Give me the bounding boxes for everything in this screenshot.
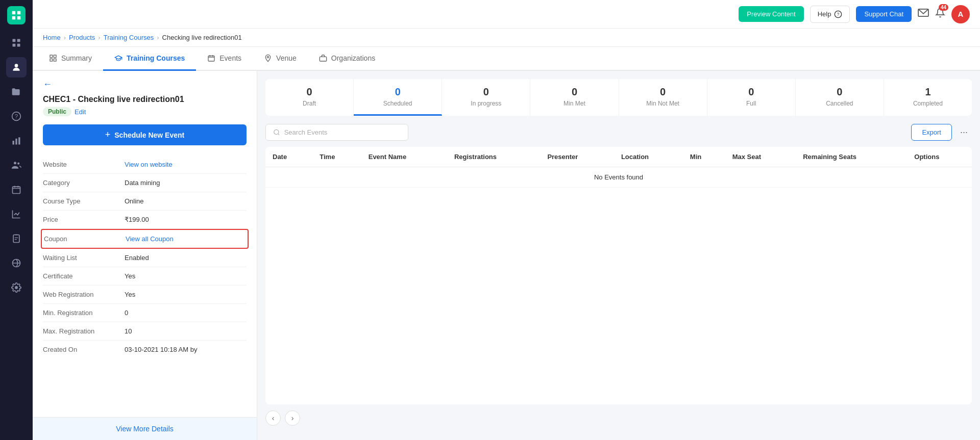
svg-rect-1 xyxy=(17,11,20,14)
sidebar-item-dashboard[interactable] xyxy=(6,33,27,53)
col-time: Time xyxy=(312,147,361,167)
stat-label: Cancelled xyxy=(801,100,878,107)
table-header: DateTimeEvent NameRegistrationsPresenter… xyxy=(265,147,972,167)
stat-item-in-progress[interactable]: 0In progress xyxy=(442,79,530,116)
stat-item-min-met[interactable]: 0Min Met xyxy=(530,79,619,116)
info-label: Max. Registration xyxy=(43,327,125,335)
info-row-web-registration: Web RegistrationYes xyxy=(43,286,247,304)
export-button[interactable]: Export xyxy=(911,124,952,141)
info-row-waiting-list: Waiting ListEnabled xyxy=(43,249,247,267)
info-value: ₹199.00 xyxy=(125,216,149,223)
edit-link[interactable]: Edit xyxy=(75,108,86,116)
svg-point-15 xyxy=(17,163,19,165)
stat-label: Draft xyxy=(271,100,348,107)
breadcrumb-sep-1: › xyxy=(64,34,66,41)
sidebar-item-clipboard[interactable] xyxy=(6,228,27,249)
stat-number: 0 xyxy=(801,86,878,98)
tab-events-label: Events xyxy=(219,54,241,62)
sidebar-item-users[interactable] xyxy=(6,155,27,175)
tab-training-courses[interactable]: Training Courses xyxy=(103,47,196,71)
tab-venue[interactable]: Venue xyxy=(253,47,308,71)
back-button[interactable]: ← xyxy=(43,79,52,90)
tab-training-label: Training Courses xyxy=(127,54,185,62)
stat-item-completed[interactable]: 1Completed xyxy=(884,79,972,116)
col-date: Date xyxy=(265,147,312,167)
email-button[interactable] xyxy=(918,8,929,20)
support-chat-button[interactable]: Support Chat xyxy=(856,6,912,22)
top-header: Preview Content Help ? Support Chat 44 A xyxy=(33,0,980,29)
search-icon xyxy=(273,128,280,136)
svg-rect-2 xyxy=(12,16,15,19)
schedule-new-event-button[interactable]: + Schedule New Event xyxy=(43,124,247,145)
col-event-name: Event Name xyxy=(361,147,447,167)
preview-content-button[interactable]: Preview Content xyxy=(739,6,803,22)
breadcrumb-products[interactable]: Products xyxy=(69,34,95,41)
info-value: 03-10-2021 10:18 AM by xyxy=(125,346,197,353)
stat-item-scheduled[interactable]: 0Scheduled xyxy=(354,79,442,116)
info-value[interactable]: View all Coupon xyxy=(126,235,174,243)
svg-text:?: ? xyxy=(15,113,18,119)
sidebar-item-globe[interactable] xyxy=(6,253,27,273)
svg-rect-26 xyxy=(208,56,214,61)
next-page-button[interactable]: › xyxy=(285,410,300,426)
notifications-button[interactable]: 44 xyxy=(935,7,945,21)
controls-right: Export ··· xyxy=(911,124,972,141)
info-row-max.-registration: Max. Registration10 xyxy=(43,322,247,341)
info-label: Certificate xyxy=(43,272,125,280)
tab-events[interactable]: Events xyxy=(196,47,253,71)
tab-organizations[interactable]: Organizations xyxy=(308,47,386,71)
info-rows: WebsiteView on websiteCategoryData minin… xyxy=(43,156,247,358)
no-events-message: No Events found xyxy=(265,167,972,188)
svg-rect-24 xyxy=(50,59,53,61)
breadcrumb-home[interactable]: Home xyxy=(43,34,61,41)
info-row-certificate: CertificateYes xyxy=(43,267,247,286)
pagination: ‹ › xyxy=(265,404,972,432)
sidebar: ? xyxy=(0,0,33,440)
svg-rect-6 xyxy=(13,44,16,47)
col-remaining-seats: Remaining Seats xyxy=(796,147,907,167)
stat-item-full[interactable]: 0Full xyxy=(707,79,796,116)
course-title: CHEC1 - Checking live redirection01 xyxy=(43,95,247,104)
search-box[interactable] xyxy=(265,124,408,141)
info-label: Web Registration xyxy=(43,291,125,298)
sidebar-item-settings[interactable] xyxy=(6,277,27,298)
sidebar-item-help[interactable]: ? xyxy=(6,106,27,126)
info-value: 10 xyxy=(125,327,132,335)
plus-icon: + xyxy=(105,130,111,140)
svg-rect-11 xyxy=(13,141,14,145)
sidebar-item-analytics[interactable] xyxy=(6,204,27,224)
info-value[interactable]: View on website xyxy=(125,161,173,168)
breadcrumb-training[interactable]: Training Courses xyxy=(104,34,154,41)
stat-number: 0 xyxy=(713,86,790,98)
info-label: Website xyxy=(43,161,125,168)
user-avatar[interactable]: A xyxy=(951,5,970,23)
svg-rect-13 xyxy=(18,137,20,144)
view-more-button[interactable]: View More Details xyxy=(33,417,257,440)
right-panel: 0Draft0Scheduled0In progress0Min Met0Min… xyxy=(257,71,980,440)
prev-page-button[interactable]: ‹ xyxy=(265,410,281,426)
info-label: Min. Registration xyxy=(43,309,125,317)
search-input[interactable] xyxy=(284,128,401,136)
breadcrumb-sep-2: › xyxy=(98,34,100,41)
sidebar-item-calendar[interactable] xyxy=(6,179,27,200)
svg-rect-17 xyxy=(13,235,19,243)
more-options-button[interactable]: ··· xyxy=(956,125,972,140)
info-row-category: CategoryData mining xyxy=(43,174,247,192)
stat-label: Min Not Met xyxy=(624,100,702,107)
svg-rect-22 xyxy=(50,55,53,58)
svg-rect-12 xyxy=(15,139,17,145)
tab-summary[interactable]: Summary xyxy=(38,47,103,71)
stat-item-draft[interactable]: 0Draft xyxy=(265,79,354,116)
svg-rect-5 xyxy=(17,39,20,42)
stat-item-min-not-met[interactable]: 0Min Not Met xyxy=(619,79,707,116)
sidebar-item-reports[interactable] xyxy=(6,131,27,151)
sidebar-item-training[interactable] xyxy=(6,57,27,77)
col-min: Min xyxy=(683,147,725,167)
sidebar-logo[interactable] xyxy=(7,6,26,24)
col-location: Location xyxy=(614,147,683,167)
sidebar-item-folder[interactable] xyxy=(6,82,27,102)
breadcrumb-sep-3: › xyxy=(157,34,159,41)
help-label: Help xyxy=(818,10,831,18)
help-button[interactable]: Help ? xyxy=(810,6,850,23)
stat-item-cancelled[interactable]: 0Cancelled xyxy=(796,79,884,116)
